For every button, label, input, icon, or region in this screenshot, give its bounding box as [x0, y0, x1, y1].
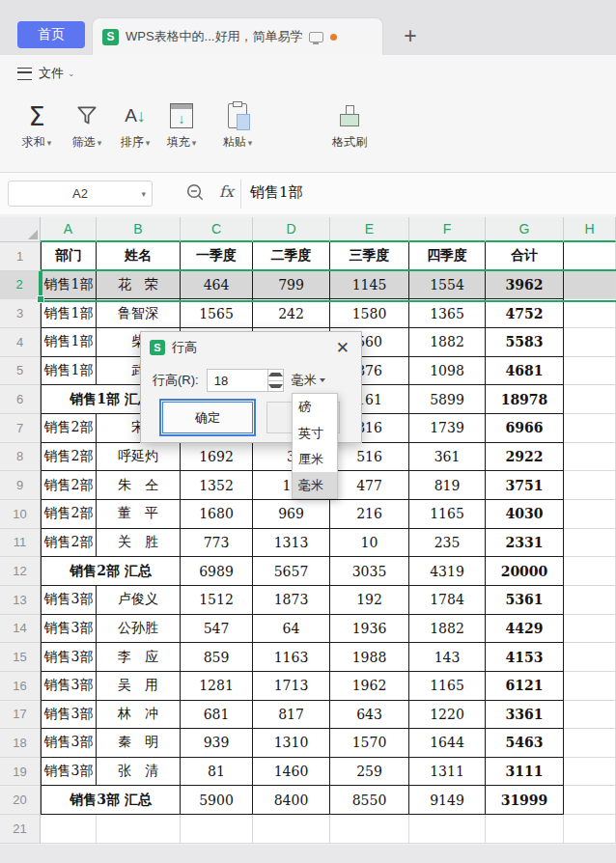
cell-C21[interactable] — [181, 815, 253, 844]
cell-A5[interactable]: 销售1部 — [41, 357, 97, 386]
cell-F15[interactable]: 143 — [409, 643, 486, 672]
cell-E14[interactable]: 1936 — [330, 615, 409, 644]
cell-E16[interactable]: 1962 — [330, 672, 409, 701]
cell-G1[interactable]: 合计 — [486, 242, 564, 271]
home-tab[interactable]: 首页 — [17, 21, 85, 48]
unit-option-3[interactable]: 毫米 — [293, 472, 337, 498]
cell-E10[interactable]: 216 — [330, 500, 409, 529]
cell-D15[interactable]: 1163 — [253, 643, 330, 672]
cell-B13[interactable]: 卢俊义 — [97, 586, 181, 615]
cell-C12[interactable]: 6989 — [181, 557, 253, 586]
row-header-10[interactable]: 10 — [0, 500, 41, 529]
cell-G11[interactable]: 2331 — [486, 529, 564, 558]
cell-C1[interactable]: 一季度 — [181, 242, 253, 271]
column-header-E[interactable]: E — [330, 217, 409, 242]
cell-merged-A20[interactable]: 销售3部 汇总 — [41, 786, 181, 815]
cell-H4[interactable] — [564, 328, 616, 357]
cell-H10[interactable] — [564, 500, 616, 529]
cell-C2[interactable]: 464 — [181, 271, 253, 300]
row-header-21[interactable]: 21 — [0, 815, 41, 844]
row-header-5[interactable]: 5 — [0, 357, 41, 386]
cell-B15[interactable]: 李 应 — [97, 643, 181, 672]
cell-H14[interactable] — [564, 615, 616, 644]
cell-E11[interactable]: 10 — [330, 529, 409, 558]
cell-D20[interactable]: 8400 — [253, 786, 330, 815]
cell-G4[interactable]: 5583 — [486, 328, 564, 357]
cell-C9[interactable]: 1352 — [181, 471, 253, 500]
cell-G18[interactable]: 5463 — [486, 729, 564, 758]
unit-option-1[interactable]: 英寸 — [293, 420, 337, 446]
cell-B9[interactable]: 朱 仝 — [97, 471, 181, 500]
name-box[interactable]: A2 ▾ — [8, 181, 153, 207]
cell-F7[interactable]: 1739 — [409, 414, 486, 443]
cell-C15[interactable]: 859 — [181, 643, 253, 672]
cell-merged-A12[interactable]: 销售2部 汇总 — [41, 557, 181, 586]
cell-A13[interactable]: 销售3部 — [41, 586, 97, 615]
cell-E20[interactable]: 8550 — [330, 786, 409, 815]
cell-E2[interactable]: 1145 — [330, 271, 409, 300]
cell-H5[interactable] — [564, 357, 616, 386]
row-header-7[interactable]: 7 — [0, 414, 41, 443]
cell-E19[interactable]: 259 — [330, 758, 409, 787]
cell-C10[interactable]: 1680 — [181, 500, 253, 529]
cell-H11[interactable] — [564, 529, 616, 558]
unit-option-2[interactable]: 厘米 — [293, 446, 337, 472]
row-header-9[interactable]: 9 — [0, 471, 41, 500]
cell-F14[interactable]: 1882 — [409, 615, 486, 644]
cell-H17[interactable] — [564, 701, 616, 730]
cell-B2[interactable]: 花 荣 — [97, 271, 181, 300]
filter-button[interactable]: 筛选▾ — [60, 97, 114, 163]
cell-A14[interactable]: 销售3部 — [41, 615, 97, 644]
row-header-3[interactable]: 3 — [0, 299, 41, 328]
cell-A15[interactable]: 销售3部 — [41, 643, 97, 672]
cell-G15[interactable]: 4153 — [486, 643, 564, 672]
cell-D18[interactable]: 1310 — [253, 729, 330, 758]
cell-A16[interactable]: 销售3部 — [41, 672, 97, 701]
cell-H16[interactable] — [564, 672, 616, 701]
cell-D19[interactable]: 1460 — [253, 758, 330, 787]
row-header-19[interactable]: 19 — [0, 758, 41, 787]
row-header-17[interactable]: 17 — [0, 701, 41, 730]
paste-button[interactable]: 粘贴▾ — [210, 97, 265, 163]
cell-E13[interactable]: 192 — [330, 586, 409, 615]
cell-A11[interactable]: 销售2部 — [41, 529, 97, 558]
cell-F10[interactable]: 1165 — [409, 500, 486, 529]
cell-G2[interactable]: 3962 — [486, 271, 564, 300]
row-header-11[interactable]: 11 — [0, 529, 41, 558]
cell-D1[interactable]: 二季度 — [253, 242, 330, 271]
cell-F1[interactable]: 四季度 — [409, 242, 486, 271]
cell-D10[interactable]: 969 — [253, 500, 330, 529]
cell-C20[interactable]: 5900 — [181, 786, 253, 815]
cell-H1[interactable] — [564, 242, 616, 271]
cell-H8[interactable] — [564, 443, 616, 472]
cell-D14[interactable]: 64 — [253, 615, 330, 644]
cell-C19[interactable]: 81 — [181, 758, 253, 787]
cell-F4[interactable]: 1882 — [409, 328, 486, 357]
cell-E3[interactable]: 1580 — [330, 299, 409, 328]
cell-A8[interactable]: 销售2部 — [41, 443, 97, 472]
row-header-4[interactable]: 4 — [0, 328, 41, 357]
cell-A4[interactable]: 销售1部 — [41, 328, 97, 357]
cell-A18[interactable]: 销售3部 — [41, 729, 97, 758]
cell-G12[interactable]: 20000 — [486, 557, 564, 586]
cell-F18[interactable]: 1644 — [409, 729, 486, 758]
format-painter-button[interactable]: 格式刷 — [322, 97, 377, 163]
ok-button[interactable]: 确定 — [162, 402, 253, 433]
cell-E12[interactable]: 3035 — [330, 557, 409, 586]
cell-G7[interactable]: 6966 — [486, 414, 564, 443]
cell-F17[interactable]: 1220 — [409, 701, 486, 730]
sum-button[interactable]: Σ 求和▾ — [10, 97, 64, 163]
cell-F6[interactable]: 5899 — [409, 385, 486, 414]
row-header-15[interactable]: 15 — [0, 643, 41, 672]
cell-F2[interactable]: 1554 — [409, 271, 486, 300]
cell-G3[interactable]: 4752 — [486, 299, 564, 328]
unit-option-0[interactable]: 磅 — [293, 394, 337, 420]
row-header-2[interactable]: 2 — [0, 271, 41, 300]
cell-H20[interactable] — [564, 786, 616, 815]
cell-D17[interactable]: 817 — [253, 701, 330, 730]
column-header-A[interactable]: A — [41, 217, 97, 242]
unit-dropdown[interactable]: 毫米 — [292, 372, 325, 389]
spinner-down-button[interactable] — [268, 381, 283, 392]
cell-C14[interactable]: 547 — [181, 615, 253, 644]
cell-E18[interactable]: 1570 — [330, 729, 409, 758]
